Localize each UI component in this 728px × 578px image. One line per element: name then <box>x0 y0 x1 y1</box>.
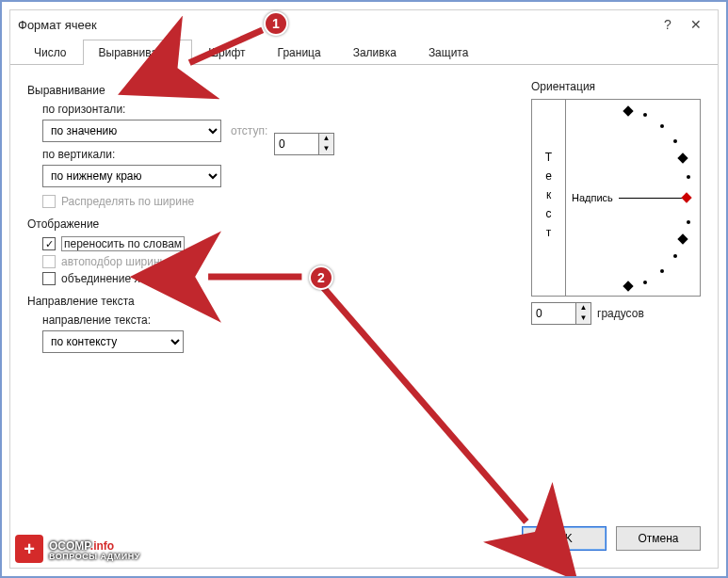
orientation-group: Ориентация Текст Надпись <box>531 74 701 325</box>
shrink-label: автоподбор ширины <box>61 255 168 268</box>
checkbox-icon <box>42 255 56 268</box>
dial-tick-icon <box>623 281 633 291</box>
logo-plus-icon: + <box>15 535 43 563</box>
vertical-combo[interactable]: по нижнему краю <box>42 165 221 187</box>
callout-2: 2 <box>309 265 333 290</box>
indent-up-icon[interactable]: ▲ <box>319 134 333 144</box>
checkbox-icon <box>42 272 56 285</box>
dial-dot-icon <box>687 175 690 179</box>
dial-dot-icon <box>660 269 664 273</box>
tab-alignment[interactable]: Выравнивание <box>83 40 193 65</box>
indent-down-icon[interactable]: ▼ <box>319 144 333 154</box>
logo-line2: ВОПРОСЫ АДМИНУ <box>49 553 140 561</box>
window-title: Формат ячеек <box>18 18 654 32</box>
dial-tick-icon <box>623 105 633 116</box>
tab-border[interactable]: Граница <box>262 40 337 65</box>
dial-handle-icon[interactable] <box>681 192 691 202</box>
vertical-text-button[interactable]: Текст <box>532 100 566 296</box>
dialog-buttons: OK Отмена <box>522 526 701 551</box>
tab-strip: Число Выравнивание Шрифт Граница Заливка… <box>10 39 718 65</box>
indent-label: отступ: <box>231 124 267 137</box>
orientation-group-label: Ориентация <box>531 80 701 93</box>
dial-dot-icon <box>643 281 647 284</box>
callout-1: 1 <box>264 11 288 36</box>
checkbox-checked-icon <box>42 237 56 250</box>
help-button[interactable]: ? <box>654 17 682 32</box>
distribute-label: Распределять по ширине <box>61 195 194 208</box>
vertical-text-label: Текст <box>542 151 556 245</box>
dial-dot-icon <box>673 254 677 258</box>
degrees-spinner[interactable]: ▲ ▼ <box>531 302 591 325</box>
merge-label: объединение ячеек <box>61 272 164 285</box>
indent-input[interactable] <box>275 134 318 154</box>
degrees-up-icon[interactable]: ▲ <box>576 303 590 313</box>
dial-dot-icon <box>660 124 664 128</box>
tab-protection[interactable]: Защита <box>413 40 485 65</box>
dial-dot-icon <box>673 139 677 143</box>
orientation-dial[interactable]: Надпись <box>566 100 700 296</box>
dialog-body: Выравнивание по горизонтали: по значению… <box>10 65 718 370</box>
cancel-button[interactable]: Отмена <box>616 526 701 551</box>
degrees-label: градусов <box>597 307 644 320</box>
screenshot-frame: Формат ячеек ? ✕ Число Выравнивание Шриф… <box>0 0 728 578</box>
dial-dot-icon <box>687 220 690 224</box>
tab-fill[interactable]: Заливка <box>337 40 413 65</box>
horizontal-combo[interactable]: по значению <box>42 120 221 142</box>
degrees-input[interactable] <box>532 303 575 324</box>
checkbox-icon <box>42 195 56 208</box>
tab-font[interactable]: Шрифт <box>192 40 261 65</box>
tab-number[interactable]: Число <box>18 40 83 65</box>
dial-label: Надпись <box>572 192 613 203</box>
direction-combo[interactable]: по контексту <box>42 330 184 353</box>
wrap-label: переносить по словам <box>61 236 185 251</box>
indent-spinner[interactable]: ▲ ▼ <box>274 133 334 155</box>
logo-line1: OCOMP.info <box>49 538 140 553</box>
titlebar: Формат ячеек ? ✕ <box>10 10 718 39</box>
orientation-box: Текст Надпись <box>531 99 701 297</box>
dial-dot-icon <box>643 113 647 117</box>
dial-tick-icon <box>677 233 688 244</box>
direction-select[interactable]: по контексту <box>42 330 184 353</box>
degrees-down-icon[interactable]: ▼ <box>576 313 590 324</box>
horizontal-select[interactable]: по значению <box>42 120 221 142</box>
dial-tick-icon <box>677 153 688 163</box>
ok-button[interactable]: OK <box>522 526 607 551</box>
vertical-select[interactable]: по нижнему краю <box>42 165 221 187</box>
dial-line <box>619 198 683 199</box>
watermark-logo: + OCOMP.info ВОПРОСЫ АДМИНУ <box>15 535 140 563</box>
close-button[interactable]: ✕ <box>682 17 710 32</box>
format-cells-dialog: Формат ячеек ? ✕ Число Выравнивание Шриф… <box>9 9 719 569</box>
